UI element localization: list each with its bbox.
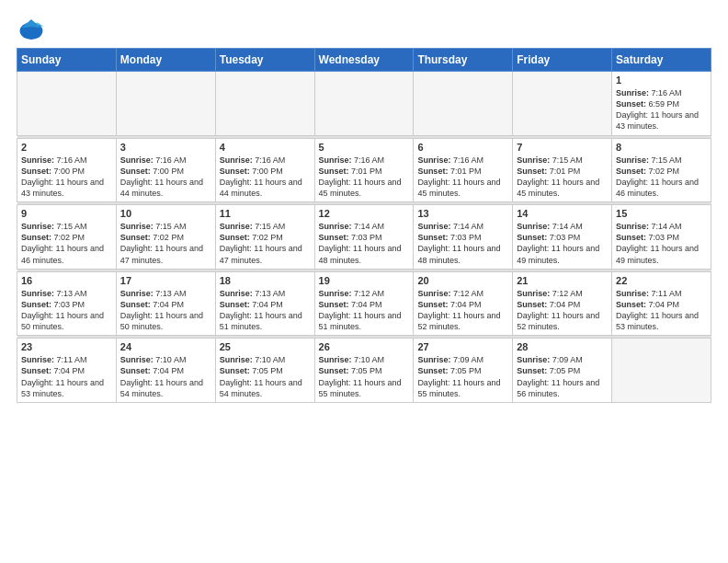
day-number: 20 xyxy=(417,275,508,286)
sunset-label: Sunset: xyxy=(616,233,646,242)
calendar-cell: 18Sunrise: 7:13 AMSunset: 7:04 PMDayligh… xyxy=(215,271,314,336)
calendar-cell xyxy=(215,72,314,136)
weekday-header: Wednesday xyxy=(314,49,414,72)
logo xyxy=(17,17,44,42)
daylight-label: Daylight: 11 hours and 52 minutes. xyxy=(417,311,500,331)
calendar-week-row: 16Sunrise: 7:13 AMSunset: 7:03 PMDayligh… xyxy=(17,271,711,336)
calendar-cell xyxy=(414,72,513,136)
sunset-label: Sunset: xyxy=(220,366,250,375)
daylight-label: Daylight: 11 hours and 44 minutes. xyxy=(120,178,203,198)
sunset-label: Sunset: xyxy=(120,167,151,176)
sunrise-label: Sunrise: xyxy=(220,289,253,298)
sunset-label: Sunset: xyxy=(319,300,349,309)
sunrise-label: Sunrise: xyxy=(616,88,649,98)
daylight-label: Daylight: 11 hours and 44 minutes. xyxy=(220,178,302,198)
daylight-label: Daylight: 11 hours and 50 minutes. xyxy=(21,311,104,331)
calendar-cell xyxy=(612,339,711,403)
day-number: 25 xyxy=(220,341,311,352)
day-info: Sunrise: 7:12 AMSunset: 7:04 PMDaylight:… xyxy=(319,288,410,333)
day-number: 7 xyxy=(517,142,608,153)
header xyxy=(17,17,711,42)
sunset-label: Sunset: xyxy=(517,233,547,242)
calendar-cell: 21Sunrise: 7:12 AMSunset: 7:04 PMDayligh… xyxy=(513,271,612,336)
calendar-cell: 9Sunrise: 7:15 AMSunset: 7:02 PMDaylight… xyxy=(17,205,117,270)
daylight-label: Daylight: 11 hours and 51 minutes. xyxy=(319,311,402,331)
sunrise-label: Sunrise: xyxy=(517,355,550,364)
sunset-label: Sunset: xyxy=(616,99,646,109)
day-number: 5 xyxy=(319,142,410,153)
day-info: Sunrise: 7:15 AMSunset: 7:02 PMDaylight:… xyxy=(120,221,211,266)
sunset-label: Sunset: xyxy=(417,233,448,242)
day-info: Sunrise: 7:15 AMSunset: 7:02 PMDaylight:… xyxy=(220,221,311,266)
sunrise-label: Sunrise: xyxy=(120,155,154,165)
day-number: 18 xyxy=(220,275,311,286)
day-number: 19 xyxy=(319,275,410,286)
daylight-label: Daylight: 11 hours and 53 minutes. xyxy=(21,378,104,398)
calendar-cell: 3Sunrise: 7:16 AMSunset: 7:00 PMDaylight… xyxy=(116,138,215,202)
daylight-label: Daylight: 11 hours and 47 minutes. xyxy=(120,244,203,264)
logo-icon xyxy=(18,17,44,42)
daylight-label: Daylight: 11 hours and 47 minutes. xyxy=(220,244,302,264)
sunrise-label: Sunrise: xyxy=(220,222,253,231)
calendar-week-row: 1Sunrise: 7:16 AMSunset: 6:59 PMDaylight… xyxy=(17,72,711,136)
sunrise-label: Sunrise: xyxy=(21,155,54,165)
daylight-label: Daylight: 11 hours and 55 minutes. xyxy=(417,378,500,398)
day-number: 2 xyxy=(21,142,112,153)
sunset-label: Sunset: xyxy=(517,167,547,176)
sunset-label: Sunset: xyxy=(517,366,547,375)
sunset-label: Sunset: xyxy=(517,300,547,309)
day-number: 10 xyxy=(120,208,211,219)
daylight-label: Daylight: 11 hours and 50 minutes. xyxy=(120,311,203,331)
day-number: 8 xyxy=(616,142,707,153)
sunset-label: Sunset: xyxy=(417,366,448,375)
daylight-label: Daylight: 11 hours and 53 minutes. xyxy=(616,311,699,331)
weekday-header: Saturday xyxy=(612,49,711,72)
day-number: 22 xyxy=(616,275,707,286)
calendar-cell: 22Sunrise: 7:11 AMSunset: 7:04 PMDayligh… xyxy=(612,271,711,336)
sunrise-label: Sunrise: xyxy=(517,155,550,165)
day-info: Sunrise: 7:16 AMSunset: 6:59 PMDaylight:… xyxy=(616,87,707,132)
day-info: Sunrise: 7:14 AMSunset: 7:03 PMDaylight:… xyxy=(517,221,608,266)
day-info: Sunrise: 7:10 AMSunset: 7:05 PMDaylight:… xyxy=(220,354,311,399)
sunrise-label: Sunrise: xyxy=(616,222,649,231)
sunrise-label: Sunrise: xyxy=(319,289,352,298)
calendar-cell xyxy=(314,72,414,136)
day-number: 28 xyxy=(517,341,608,352)
daylight-label: Daylight: 11 hours and 49 minutes. xyxy=(517,244,599,264)
day-info: Sunrise: 7:11 AMSunset: 7:04 PMDaylight:… xyxy=(616,288,707,333)
day-info: Sunrise: 7:16 AMSunset: 7:00 PMDaylight:… xyxy=(120,155,211,200)
day-info: Sunrise: 7:16 AMSunset: 7:00 PMDaylight:… xyxy=(21,155,112,200)
calendar-cell: 25Sunrise: 7:10 AMSunset: 7:05 PMDayligh… xyxy=(215,339,314,403)
calendar: SundayMondayTuesdayWednesdayThursdayFrid… xyxy=(17,48,711,403)
weekday-header-row: SundayMondayTuesdayWednesdayThursdayFrid… xyxy=(17,49,711,72)
day-number: 16 xyxy=(21,275,112,286)
sunset-label: Sunset: xyxy=(21,167,51,176)
calendar-cell: 1Sunrise: 7:16 AMSunset: 6:59 PMDaylight… xyxy=(612,72,711,136)
daylight-label: Daylight: 11 hours and 55 minutes. xyxy=(319,378,402,398)
sunset-label: Sunset: xyxy=(21,300,51,309)
calendar-cell: 5Sunrise: 7:16 AMSunset: 7:01 PMDaylight… xyxy=(314,138,414,202)
sunset-label: Sunset: xyxy=(417,167,448,176)
sunset-label: Sunset: xyxy=(319,233,349,242)
sunset-label: Sunset: xyxy=(220,300,250,309)
calendar-cell xyxy=(17,72,117,136)
calendar-week-row: 9Sunrise: 7:15 AMSunset: 7:02 PMDaylight… xyxy=(17,205,711,270)
sunset-label: Sunset: xyxy=(319,366,349,375)
calendar-cell: 7Sunrise: 7:15 AMSunset: 7:01 PMDaylight… xyxy=(513,138,612,202)
day-info: Sunrise: 7:12 AMSunset: 7:04 PMDaylight:… xyxy=(417,288,508,333)
day-number: 17 xyxy=(120,275,211,286)
calendar-cell: 28Sunrise: 7:09 AMSunset: 7:05 PMDayligh… xyxy=(513,339,612,403)
calendar-cell: 14Sunrise: 7:14 AMSunset: 7:03 PMDayligh… xyxy=(513,205,612,270)
day-info: Sunrise: 7:15 AMSunset: 7:02 PMDaylight:… xyxy=(21,221,112,266)
calendar-cell: 12Sunrise: 7:14 AMSunset: 7:03 PMDayligh… xyxy=(314,205,414,270)
day-number: 24 xyxy=(120,341,211,352)
calendar-cell: 13Sunrise: 7:14 AMSunset: 7:03 PMDayligh… xyxy=(414,205,513,270)
sunset-label: Sunset: xyxy=(220,167,250,176)
daylight-label: Daylight: 11 hours and 52 minutes. xyxy=(517,311,599,331)
sunrise-label: Sunrise: xyxy=(417,155,450,165)
day-number: 26 xyxy=(319,341,410,352)
day-info: Sunrise: 7:14 AMSunset: 7:03 PMDaylight:… xyxy=(417,221,508,266)
day-info: Sunrise: 7:13 AMSunset: 7:04 PMDaylight:… xyxy=(120,288,211,333)
day-info: Sunrise: 7:13 AMSunset: 7:03 PMDaylight:… xyxy=(21,288,112,333)
day-info: Sunrise: 7:16 AMSunset: 7:00 PMDaylight:… xyxy=(220,155,311,200)
